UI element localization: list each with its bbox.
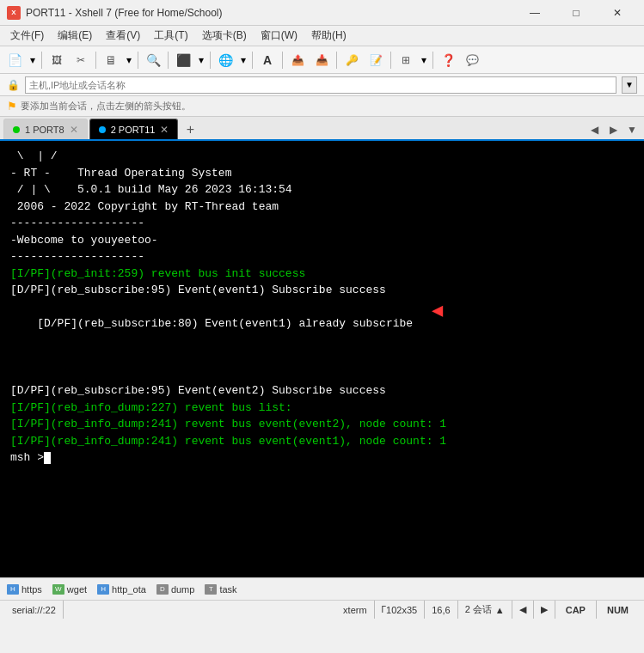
ql-task-icon: T (205, 584, 217, 595)
tab-port11-close[interactable]: ✕ (160, 124, 169, 136)
ql-https-label: https (21, 584, 42, 595)
status-size: Γ 102x35 (375, 601, 426, 619)
toolbar-divider-9 (390, 52, 391, 69)
toolbar-divider-5 (210, 52, 211, 69)
status-cap: CAP (555, 601, 597, 619)
toolbar-help[interactable]: ❓ (437, 49, 459, 71)
toolbar-search[interactable]: 🔍 (142, 49, 164, 71)
lock-icon: 🔒 (7, 79, 20, 91)
maximize-button[interactable]: □ (556, 0, 596, 26)
terminal-line-6: -Webcome to youyeetoo- (10, 232, 634, 249)
terminal-line-12: [I/PF](reb_info_dump:227) revent bus lis… (10, 400, 634, 417)
title-text: PORT11 - Xshell 7 (Free for Home/School) (26, 7, 515, 19)
ql-dump[interactable]: D dump (156, 584, 195, 595)
status-nav-prev[interactable]: ◀ (512, 601, 534, 619)
tab-port11-dot (99, 126, 106, 133)
toolbar-grid-dropdown[interactable]: ▾ (419, 53, 429, 67)
terminal-line-10: [D/PF](reb_subscribe:80) Event(event1) a… (10, 299, 634, 383)
status-term: xterm (336, 601, 375, 619)
toolbar-key[interactable]: 🔑 (340, 49, 363, 71)
ql-https-icon: H (7, 584, 19, 595)
status-serial-text: serial://:22 (12, 605, 56, 615)
terminal-line-13: [I/PF](reb_info_dump:241) revent bus eve… (10, 416, 634, 433)
session-bar-message: 要添加当前会话，点击左侧的箭头按钮。 (21, 100, 191, 113)
toolbar-divider-2 (95, 52, 96, 69)
status-num-badge: NUM (604, 604, 632, 616)
tab-next-button[interactable]: ▶ (604, 120, 622, 139)
terminal-line-3: / | \ 5.0.1 build May 26 2023 16:13:54 (10, 181, 634, 198)
tab-menu-button[interactable]: ▼ (623, 120, 641, 139)
menu-bar: 文件(F) 编辑(E) 查看(V) 工具(T) 选项卡(B) 窗口(W) 帮助(… (0, 26, 644, 46)
address-input[interactable] (25, 76, 616, 94)
session-flag-icon: ⚑ (7, 100, 17, 113)
menu-edit[interactable]: 编辑(E) (51, 27, 99, 46)
toolbar-font-a[interactable]: A (256, 49, 279, 71)
status-serial: serial://:22 (5, 601, 64, 619)
ql-http-ota-label: http_ota (112, 584, 146, 595)
toolbar-screen-dropdown[interactable]: ▾ (196, 53, 206, 67)
toolbar-transfer[interactable]: 📤 (286, 49, 309, 71)
toolbar-divider-10 (432, 52, 433, 69)
terminal-line-8: [I/PF](reb_init:259) revent bus init suc… (10, 265, 634, 283)
toolbar-new-btn[interactable]: 📄 (3, 49, 26, 71)
menu-tabs[interactable]: 选项卡(B) (195, 27, 254, 46)
toolbar: 📄 ▾ 🖼 ✂ 🖥 ▾ 🔍 ⬛ ▾ 🌐 ▾ A 📤 📥 🔑 📝 ⊞ ▾ ❓ 💬 (0, 46, 644, 74)
menu-help[interactable]: 帮助(H) (304, 27, 353, 46)
terminal-line-11: [D/PF](reb_subscribe:95) Event(event2) S… (10, 382, 634, 400)
ql-task-label: task (219, 584, 236, 595)
terminal-area[interactable]: \ | / - RT - Thread Operating System / |… (0, 141, 644, 577)
toolbar-divider-3 (138, 52, 138, 69)
menu-tools[interactable]: 工具(T) (147, 27, 194, 46)
app-icon: X (7, 6, 21, 20)
toolbar-divider-6 (252, 52, 253, 69)
toolbar-globe[interactable]: 🌐 (214, 49, 236, 71)
toolbar-script[interactable]: 📝 (365, 49, 387, 71)
tab-port8-label: 1 PORT8 (25, 125, 64, 135)
address-go-button[interactable]: ▼ (622, 76, 637, 94)
tab-bar: 1 PORT8 ✕ 2 PORT11 ✕ + ◀ ▶ ▼ (0, 117, 644, 141)
menu-view[interactable]: 查看(V) (99, 27, 147, 46)
address-bar: 🔒 ▼ (0, 74, 644, 96)
menu-window[interactable]: 窗口(W) (254, 27, 304, 46)
toolbar-receive[interactable]: 📥 (310, 49, 333, 71)
tab-port8-close[interactable]: ✕ (70, 124, 78, 136)
toolbar-new-dropdown[interactable]: ▾ (28, 53, 38, 67)
terminal-line-2: - RT - Thread Operating System (10, 165, 634, 182)
tab-port11[interactable]: 2 PORT11 ✕ (89, 119, 179, 139)
toolbar-grid[interactable]: ⊞ (395, 49, 417, 71)
menu-file[interactable]: 文件(F) (3, 27, 51, 46)
ql-http-ota-icon: H (97, 584, 109, 595)
toolbar-globe-dropdown[interactable]: ▾ (238, 53, 248, 67)
status-size-text: 102x35 (386, 605, 417, 615)
toolbar-divider-7 (282, 52, 283, 69)
toolbar-monitor-dropdown[interactable]: ▾ (124, 53, 134, 67)
status-nav-next[interactable]: ▶ (534, 601, 555, 619)
ql-wget[interactable]: W wget (52, 584, 87, 595)
terminal-line-10-text: [D/PF](reb_subscribe:80) Event(event1) a… (37, 317, 413, 330)
terminal-cursor (44, 452, 51, 464)
ql-http-ota[interactable]: H http_ota (97, 584, 146, 595)
tab-port11-label: 2 PORT11 (111, 125, 156, 135)
toolbar-screen[interactable]: ⬛ (172, 49, 194, 71)
terminal-line-4: 2006 - 2022 Copyright by RT-Thread team (10, 198, 634, 216)
toolbar-icon2[interactable]: ✂ (70, 49, 92, 71)
ql-wget-label: wget (67, 584, 87, 595)
toolbar-icon1[interactable]: 🖼 (46, 49, 68, 71)
terminal-line-1: \ | / (10, 148, 634, 165)
tab-port8[interactable]: 1 PORT8 ✕ (3, 119, 88, 139)
status-bar: serial://:22 xterm Γ 102x35 16,6 2 会话 ▲ … (0, 600, 644, 619)
status-num: NUM (597, 601, 639, 619)
toolbar-chat[interactable]: 💬 (461, 49, 483, 71)
tab-add-button[interactable]: + (180, 120, 200, 139)
minimize-button[interactable]: — (515, 0, 555, 26)
close-button[interactable]: ✕ (598, 0, 637, 26)
ql-wget-icon: W (52, 584, 64, 595)
ql-dump-icon: D (156, 584, 169, 595)
toolbar-monitor[interactable]: 🖥 (100, 49, 122, 71)
terminal-line-14: [I/PF](reb_info_dump:241) revent bus eve… (10, 433, 634, 450)
terminal-line-15: msh > (10, 449, 634, 467)
status-position-text: 16,6 (432, 605, 450, 615)
tab-prev-button[interactable]: ◀ (586, 120, 603, 139)
ql-task[interactable]: T task (205, 584, 236, 595)
ql-https[interactable]: H https (7, 584, 42, 595)
